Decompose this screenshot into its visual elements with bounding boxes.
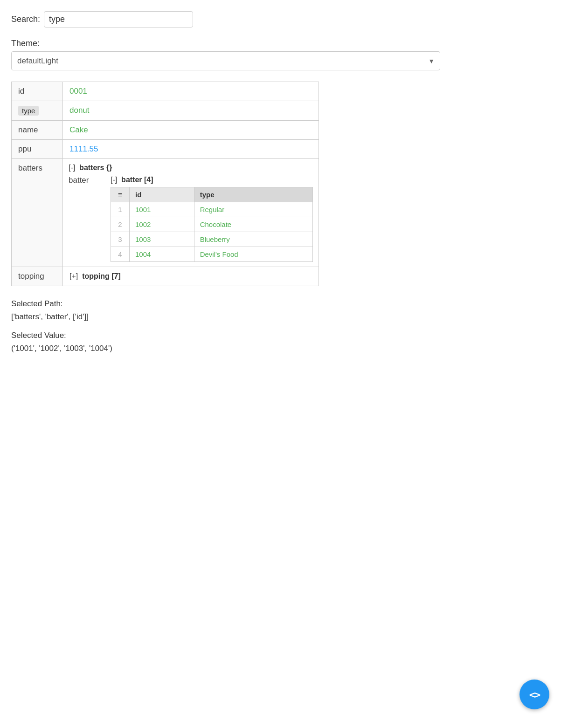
batter-row-num-3: 3 <box>111 232 130 247</box>
search-row: Search: <box>11 11 557 27</box>
batter-row-num-1: 1 <box>111 202 130 217</box>
highlighted-type-key: type <box>18 106 39 116</box>
col-header-id[interactable]: id <box>130 187 194 202</box>
batter-outer: batter [-] batter [4] ≡ <box>69 176 313 262</box>
batter-title: [-] batter [4] <box>111 176 313 184</box>
menu-icon: ≡ <box>118 191 122 199</box>
table-row-type: type donut <box>12 101 319 121</box>
batter-id-2: 1002 <box>130 217 194 232</box>
batters-label: [-] batters {} <box>69 164 313 172</box>
value-topping: [+] topping [7] <box>63 267 319 286</box>
batter-id-1: 1001 <box>130 202 194 217</box>
search-input[interactable] <box>44 11 193 27</box>
batter-id-3: 1003 <box>130 232 194 247</box>
batter-header-row: ≡ id type <box>111 187 313 202</box>
selected-path-label: Selected Path: <box>11 299 557 309</box>
topping-label: [+] topping [7] <box>69 272 121 280</box>
selected-path-value: ['batters', 'batter', ['id']] <box>11 312 557 322</box>
key-id: id <box>12 82 63 101</box>
code-editor-button[interactable]: <> <box>520 680 549 709</box>
value-id: 0001 <box>63 82 319 101</box>
value-name: Cake <box>63 121 319 140</box>
main-table: id 0001 type donut name Cake ppu 1111.55… <box>11 82 319 286</box>
batter-id-4: 1004 <box>130 247 194 262</box>
batter-type-4: Devil's Food <box>194 247 312 262</box>
batter-table: ≡ id type 1 1001 Regular <box>111 187 313 262</box>
batter-type-3: Blueberry <box>194 232 312 247</box>
col-header-type[interactable]: type <box>194 187 312 202</box>
batter-row-4: 4 1004 Devil's Food <box>111 247 313 262</box>
batter-row-2: 2 1002 Chocolate <box>111 217 313 232</box>
table-row-topping: topping [+] topping [7] <box>12 267 319 286</box>
selected-value-label: Selected Value: <box>11 331 557 340</box>
search-label: Search: <box>11 14 40 24</box>
batter-type-2: Chocolate <box>194 217 312 232</box>
batter-row-3: 3 1003 Blueberry <box>111 232 313 247</box>
selected-value-value: ('1001', '1002', '1003', '1004') <box>11 344 557 353</box>
theme-label: Theme: <box>11 39 557 48</box>
batter-row-1: 1 1001 Regular <box>111 202 313 217</box>
batter-row-num-4: 4 <box>111 247 130 262</box>
table-row-ppu: ppu 1111.55 <box>12 140 319 159</box>
batter-type-1: Regular <box>194 202 312 217</box>
value-batters: [-] batters {} batter [-] batter [4] <box>63 159 319 267</box>
batter-row-num-2: 2 <box>111 217 130 232</box>
topping-name: topping [7] <box>82 272 121 280</box>
code-editor-icon: <> <box>529 689 540 701</box>
key-batters: batters <box>12 159 63 267</box>
key-ppu: ppu <box>12 140 63 159</box>
batter-key: batter <box>69 176 111 262</box>
topping-expand-icon[interactable]: [+] <box>69 272 78 280</box>
batter-inner: [-] batter [4] ≡ id type <box>111 176 313 262</box>
value-ppu: 1111.55 <box>63 140 319 159</box>
batters-name: batters {} <box>79 164 112 172</box>
theme-select[interactable]: defaultLight defaultDark vs vs-dark <box>11 51 440 70</box>
table-row-name: name Cake <box>12 121 319 140</box>
key-type: type <box>12 101 63 121</box>
theme-select-wrapper: defaultLight defaultDark vs vs-dark ▼ <box>11 51 440 70</box>
table-row-batters: batters [-] batters {} batter [-] batter… <box>12 159 319 267</box>
value-type: donut <box>63 101 319 121</box>
batter-name: batter [4] <box>121 176 153 184</box>
col-header-menu[interactable]: ≡ <box>111 187 130 202</box>
key-name: name <box>12 121 63 140</box>
theme-section: Theme: defaultLight defaultDark vs vs-da… <box>11 39 557 70</box>
selected-path-section: Selected Path: ['batters', 'batter', ['i… <box>11 299 557 353</box>
batters-collapse-icon[interactable]: [-] <box>69 164 75 172</box>
batter-collapse-icon[interactable]: [-] <box>111 176 117 184</box>
table-row-id: id 0001 <box>12 82 319 101</box>
key-topping: topping <box>12 267 63 286</box>
